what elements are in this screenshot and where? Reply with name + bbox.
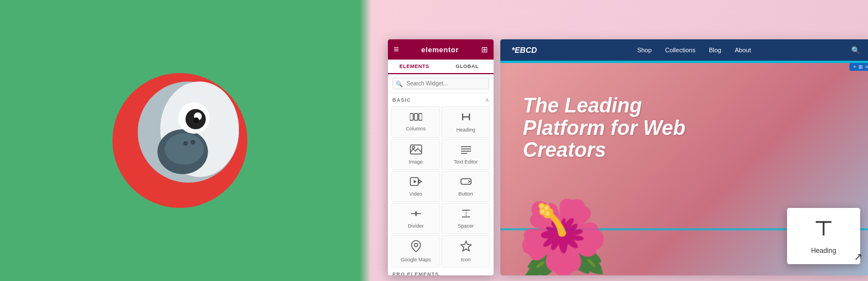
svg-marker-24 [419,180,422,183]
spacer-icon [460,209,472,221]
widget-columns[interactable]: Columns [391,106,440,138]
left-background-section [0,0,360,281]
gradient-divider [360,0,371,281]
tab-elements[interactable]: ELEMENTS [388,60,441,74]
icon-widget-icon [460,240,472,255]
elementor-search-area [388,74,494,93]
preview-site-logo: *EBCD [512,46,537,55]
preview-nav-links: Shop Collections Blog About [637,47,751,53]
widget-divider[interactable]: Divider [391,203,440,234]
widget-image[interactable]: Image [391,139,440,170]
preview-nav-about[interactable]: About [735,47,751,53]
widget-button[interactable]: Button [441,171,490,202]
image-icon [410,144,422,157]
preview-body: + ⊞ × The Leading Platform for Web Creat… [500,61,868,275]
pro-elements-label: PRO ELEMENTS [388,269,494,275]
widget-google-maps[interactable]: Google Maps [391,235,440,268]
widget-text-editor[interactable]: Text Editor [441,139,490,170]
search-input[interactable] [392,78,489,89]
right-section: ≡ elementor ⊞ ELEMENTS GLOBAL BASIC ∧ [371,0,868,281]
svg-marker-25 [414,180,417,183]
svg-marker-34 [461,241,471,251]
preview-nav-shop[interactable]: Shop [637,47,652,53]
basic-chevron-icon[interactable]: ∧ [485,97,489,103]
svg-marker-29 [415,214,417,216]
preview-navigation: *EBCD Shop Collections Blog About 🔍 [500,39,868,61]
preview-nav-collections[interactable]: Collections [665,47,695,53]
button-icon [460,176,472,189]
preview-search-icon[interactable]: 🔍 [851,46,860,55]
handle-close-button[interactable]: × [865,64,868,70]
svg-point-9 [183,141,188,146]
svg-rect-13 [419,114,422,120]
widget-spacer[interactable]: Spacer [441,203,490,234]
video-label: Video [409,191,422,197]
elementor-panel: ≡ elementor ⊞ ELEMENTS GLOBAL BASIC ∧ [388,39,494,275]
spacer-label: Spacer [458,223,474,229]
tab-global[interactable]: GLOBAL [441,60,494,73]
basic-section-header: BASIC ∧ [388,93,494,105]
svg-rect-17 [410,145,422,154]
svg-marker-28 [415,211,417,213]
widget-heading[interactable]: Heading [441,106,490,138]
heading-widget-t-icon [813,217,834,243]
elementor-logo: elementor [421,46,459,54]
elementor-panel-header: ≡ elementor ⊞ [388,39,494,60]
elementor-tabs: ELEMENTS GLOBAL [388,60,494,74]
hamburger-icon[interactable]: ≡ [394,44,399,55]
video-icon [410,176,422,189]
grid-icon[interactable]: ⊞ [481,45,488,54]
preview-selection-bar-top [500,61,868,63]
svg-point-10 [191,140,195,144]
heading-label: Heading [456,127,476,133]
svg-point-18 [412,146,414,148]
divider-label: Divider [408,223,423,229]
heading-icon [460,111,472,125]
svg-point-33 [414,243,418,247]
button-label: Button [458,191,473,197]
text-editor-icon [460,144,472,157]
google-maps-label: Google Maps [401,257,431,262]
flower-decoration: 🌺 [517,196,608,275]
widget-video[interactable]: Video [391,171,440,202]
heading-widget-label: Heading [811,247,837,255]
website-preview: *EBCD Shop Collections Blog About 🔍 + ⊞ … [500,39,868,275]
handle-plus-icon: + [853,64,856,70]
image-label: Image [409,159,423,165]
svg-point-8 [193,117,199,123]
basic-section-label: BASIC [392,97,411,103]
parrot-illustration [101,62,259,219]
divider-icon [410,209,422,221]
widgets-grid: Columns Heading [388,105,494,269]
google-maps-icon [410,240,422,255]
columns-label: Columns [406,126,426,132]
svg-point-4 [165,133,204,165]
icon-label: Icon [461,257,471,262]
widget-icon[interactable]: Icon [441,235,490,268]
handle-grid-icon: ⊞ [858,64,863,70]
heading-widget-card[interactable]: Heading [787,208,860,264]
preview-headline: The Leading Platform for Web Creators [523,94,691,161]
preview-nav-blog[interactable]: Blog [709,47,721,53]
svg-rect-11 [410,114,413,120]
columns-icon [410,112,422,124]
svg-rect-12 [414,114,418,120]
text-editor-label: Text Editor [454,159,478,165]
